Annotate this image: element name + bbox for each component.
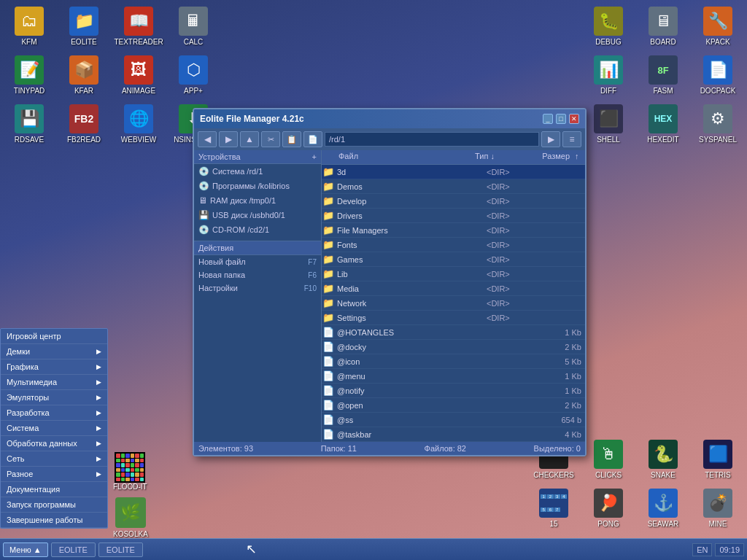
table-row[interactable]: 📄 @docky 2 Kb [322, 340, 585, 354]
fm-status-elements: Элементов: 93 [198, 444, 253, 453]
fm-path-bar[interactable]: /rd/1 [325, 132, 539, 147]
fm-action-settings[interactable]: Настройки F10 [194, 281, 321, 295]
desktop-icon-eolite[interactable]: 📁 EOLITE [58, 4, 109, 49]
table-row[interactable]: 📄 @notify 1 Kb [322, 384, 585, 398]
table-row[interactable]: 📁 Demos <DIR> [322, 179, 585, 194]
desktop-icon-fasm[interactable]: 8F FASM [638, 52, 689, 98]
desktop-icon-docpack[interactable]: 📄 DOCPACK [692, 52, 743, 98]
desktop-icon-kfm[interactable]: 🗂 KFM [4, 4, 55, 49]
desktop-icon-seawar[interactable]: ⚓ SEAWAR [638, 486, 689, 531]
fm-paste-button[interactable]: 📄 [303, 131, 322, 147]
fm-copy-button[interactable]: 📋 [282, 131, 301, 147]
table-row[interactable]: 📁 Settings <DIR> [322, 311, 585, 325]
fm-device-usb[interactable]: 💾 USB диск /usbhd0/1 [194, 208, 321, 222]
taskbar-app-eolite1[interactable]: EOLITE [51, 542, 96, 557]
table-row[interactable]: 📄 @menu 1 Kb [322, 369, 585, 384]
fm-action-newfile[interactable]: Новый файл F7 [194, 255, 321, 268]
fm-up-button[interactable]: ▲ [240, 131, 259, 147]
fm-device-ram[interactable]: 🖥 RAM диск /tmp0/1 [194, 193, 321, 208]
fm-back-button[interactable]: ◀ [198, 131, 217, 147]
tray-lang[interactable]: EN [692, 543, 712, 556]
arrow-icon: ▶ [96, 348, 101, 355]
desktop-icon-calc[interactable]: 🖩 CALC [168, 4, 219, 49]
fm-maximize-button[interactable]: □ [556, 114, 566, 124]
fm-cut-button[interactable]: ✂ [261, 131, 280, 147]
desktop-icon-snake[interactable]: 🐍 SNAKE [638, 437, 689, 482]
sidebar-item-runprog[interactable]: Запуск программы [1, 497, 107, 513]
file-size: 1 Kb [534, 386, 585, 395]
desktop-icon-rdsave[interactable]: 💾 RDSAVE [4, 101, 55, 147]
table-row[interactable]: 📁 Media <DIR> [322, 281, 585, 296]
desktop-icon-textreader[interactable]: 📖 TEXTREADER [113, 4, 164, 49]
desktop-icon-animage[interactable]: 🖼 ANIMAGE [113, 52, 164, 98]
table-row[interactable]: 📄 @ss 654 b [322, 413, 585, 427]
sidebar-item-development[interactable]: Разработка ▶ [1, 405, 107, 421]
table-row[interactable]: 📄 @open 2 Kb [322, 398, 585, 413]
hexedit-label: HEXEDIT [647, 136, 678, 144]
fm-menu-button[interactable]: ≡ [562, 131, 581, 147]
fm-device-rd1[interactable]: 💿 Система /rd/1 [194, 164, 321, 179]
desktop-icon-mine[interactable]: 💣 MINE [692, 486, 743, 531]
file-icon: 📄 [322, 370, 335, 381]
table-row[interactable]: 📄 @icon 5 Kb [322, 354, 585, 369]
fm-titlebar[interactable]: Eolite File Manager 4.21c _ □ ✕ [194, 109, 585, 128]
fm-sort-button[interactable]: ↑ [573, 150, 585, 164]
table-row[interactable]: 📁 3d <DIR> [322, 165, 585, 179]
folder-icon: 📁 [322, 210, 335, 221]
sidebar-item-docs[interactable]: Документация [1, 482, 107, 497]
desktop-icon-syspanel[interactable]: ⚙ SYSPANEL [692, 101, 743, 147]
table-row[interactable]: 📁 Drivers <DIR> [322, 209, 585, 223]
fm-device-cdrom[interactable]: 💿 CD-ROM /cd2/1 [194, 222, 321, 237]
desktop-icon-clicks[interactable]: 🖱 CLICKS [583, 437, 634, 482]
table-row[interactable]: 📁 Lib <DIR> [322, 267, 585, 281]
desktop-icon-webview[interactable]: 🌐 WEBVIEW [113, 101, 164, 147]
fm-device-kolibrios[interactable]: 💿 Программы /kolibrios [194, 179, 321, 193]
desktop-icon-15[interactable]: 1 2 3 4 5 6 7 15 [528, 486, 579, 531]
desktop-icon-shell[interactable]: ⬛ SHELL [583, 101, 634, 147]
desktop-icon-diff[interactable]: 📊 DIFF [583, 52, 634, 98]
fm-close-button[interactable]: ✕ [569, 114, 579, 124]
sidebar-item-dataproc[interactable]: Обработка данных ▶ [1, 436, 107, 451]
sidebar-item-misc[interactable]: Разное ▶ [1, 467, 107, 482]
desktop-icon-flood-it[interactable]: FLOOD-IT [113, 452, 147, 491]
desktop-icon-pong[interactable]: 🏓 PONG [583, 486, 634, 531]
table-row[interactable]: 📄 @HOTANGLES 1 Kb [322, 325, 585, 340]
desktop-icon-kpack[interactable]: 🔧 KPACK [692, 4, 743, 49]
desktop-icon-hexedit[interactable]: HEX HEXEDIT [638, 101, 689, 147]
sidebar-item-graphics[interactable]: Графика ▶ [1, 359, 107, 375]
sidebar-item-quit[interactable]: Завершение работы [1, 513, 107, 528]
taskbar-app-eolite2[interactable]: EOLITE [98, 542, 143, 557]
fm-minimize-button[interactable]: _ [543, 114, 553, 124]
desktop-icon-debug[interactable]: 🐛 DEBUG [583, 4, 634, 49]
mine-label: MINE [709, 520, 727, 528]
arrow-icon: ▶ [96, 378, 101, 386]
folder-icon: 📁 [322, 254, 335, 265]
desktop-icon-appplus[interactable]: ⬡ APP+ [168, 52, 219, 98]
sidebar-item-multimedia[interactable]: Мультимедиа ▶ [1, 375, 107, 390]
sidebar-item-emulators[interactable]: Эмуляторы ▶ [1, 390, 107, 405]
fm-status-files: Файлов: 82 [425, 444, 466, 453]
device-icon: 💿 [198, 166, 209, 176]
desktop-icon-board[interactable]: 🖥 BOARD [638, 4, 689, 49]
desktop-icon-kfar[interactable]: 📦 KFAR [58, 52, 109, 98]
table-row[interactable]: 📁 Games <DIR> [322, 252, 585, 267]
sidebar-item-system[interactable]: Система ▶ [1, 421, 107, 436]
desktop-icon-tetris[interactable]: 🟦 TETRIS [692, 437, 743, 482]
taskbar-menu-button[interactable]: Меню ▲ [3, 542, 48, 557]
table-row[interactable]: 📁 Fonts <DIR> [322, 238, 585, 252]
table-row[interactable]: 📁 File Managers <DIR> [322, 223, 585, 238]
desktop-icon-tinypad[interactable]: 📝 TINYPAD [4, 52, 55, 98]
table-row[interactable]: 📄 @taskbar 4 Kb [322, 427, 585, 442]
sidebar-item-demos[interactable]: Демки ▶ [1, 344, 107, 359]
table-row[interactable]: 📁 Network <DIR> [322, 296, 585, 311]
desktop-icon-kosolka[interactable]: 🌿 KOSOLKA [113, 497, 148, 538]
desktop-icon-fb2read[interactable]: FB2 FB2READ [58, 101, 109, 147]
file-type: <DIR> [483, 226, 534, 235]
fm-action-newfolder[interactable]: Новая папка F6 [194, 268, 321, 281]
fm-path-go-button[interactable]: ▶ [541, 131, 560, 147]
fm-forward-button[interactable]: ▶ [219, 131, 238, 147]
table-row[interactable]: 📁 Develop <DIR> [322, 194, 585, 209]
sidebar-item-gaming[interactable]: Игровой центр [1, 329, 107, 344]
sidebar-item-network[interactable]: Сеть ▶ [1, 451, 107, 467]
tetris-label: TETRIS [705, 471, 731, 479]
